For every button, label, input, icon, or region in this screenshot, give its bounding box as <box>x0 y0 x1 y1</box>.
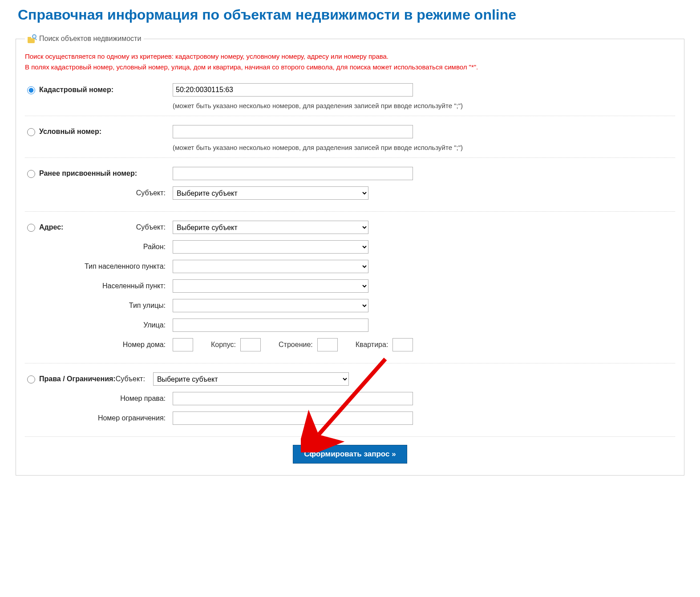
input-previous-number[interactable] <box>173 167 413 180</box>
input-building[interactable] <box>317 338 338 351</box>
select-settlement-type[interactable] <box>173 260 368 273</box>
input-cadastral-number[interactable] <box>173 83 413 97</box>
label-street: Улица: <box>39 321 173 329</box>
radio-conditional[interactable] <box>27 128 35 136</box>
section-cadastral: Кадастровый номер: (может быть указано н… <box>25 81 675 116</box>
submit-button[interactable]: Сформировать запрос » <box>293 445 407 464</box>
label-previous-subject: Субъект: <box>39 189 173 197</box>
note-cadastral: (может быть указано несколько номеров, д… <box>173 102 675 109</box>
label-korpus: Корпус: <box>211 341 236 349</box>
label-settlement-type: Тип населенного пункта: <box>39 262 173 270</box>
label-address-district: Район: <box>39 243 173 251</box>
radio-rights[interactable] <box>27 375 35 383</box>
label-conditional: Условный номер: <box>39 128 173 136</box>
input-flat[interactable] <box>392 338 413 351</box>
input-right-no[interactable] <box>173 392 413 405</box>
label-rights: Права / Ограничения: <box>39 375 116 383</box>
select-street-type[interactable] <box>173 299 368 312</box>
label-limit-no: Номер ограничения: <box>39 414 173 422</box>
label-house: Номер дома: <box>39 341 173 349</box>
radio-cadastral[interactable] <box>27 86 35 94</box>
note-conditional: (может быть указано несколько номеров, д… <box>173 144 675 151</box>
section-conditional: Условный номер: (может быть указано неск… <box>25 116 675 157</box>
input-limit-no[interactable] <box>173 411 413 425</box>
select-previous-subject[interactable]: Выберите субъект <box>173 186 368 200</box>
select-address-subject[interactable]: Выберите субъект <box>173 221 368 234</box>
input-conditional-number[interactable] <box>173 125 413 138</box>
legend-text: Поиск объектов недвижимости <box>39 35 141 43</box>
label-settlement: Населенный пункт: <box>39 282 173 290</box>
input-korpus[interactable] <box>240 338 261 351</box>
label-right-no: Номер права: <box>39 395 173 403</box>
search-fieldset: Поиск объектов недвижимости Поиск осущес… <box>16 34 684 476</box>
label-building: Строение: <box>279 341 313 349</box>
folder-search-icon <box>28 34 36 43</box>
select-settlement[interactable] <box>173 279 368 293</box>
hint-line-2: В полях кадастровый номер, условный номе… <box>25 62 675 73</box>
input-street[interactable] <box>173 319 368 332</box>
section-previous: Ранее присвоенный номер: Субъект: Выбери… <box>25 157 675 211</box>
label-address: Адрес: <box>39 223 136 231</box>
section-address: Адрес: Субъект: Выберите субъект Район: … <box>25 211 675 363</box>
legend: Поиск объектов недвижимости <box>25 34 144 43</box>
select-rights-subject[interactable]: Выберите субъект <box>153 372 349 386</box>
label-cadastral: Кадастровый номер: <box>39 86 173 94</box>
submit-row: Сформировать запрос » <box>25 436 675 466</box>
label-rights-subject: Субъект: <box>116 375 145 383</box>
label-flat: Квартира: <box>356 341 388 349</box>
label-street-type: Тип улицы: <box>39 302 173 310</box>
input-house[interactable] <box>173 338 193 351</box>
select-address-district[interactable] <box>173 240 368 254</box>
radio-address[interactable] <box>27 224 35 232</box>
section-rights: Права / Ограничения: Субъект: Выберите с… <box>25 363 675 436</box>
label-address-subject: Субъект: <box>136 223 166 231</box>
label-previous: Ранее присвоенный номер: <box>39 169 173 177</box>
search-hint: Поиск осуществляется по одному из критер… <box>25 51 675 73</box>
radio-previous[interactable] <box>27 170 35 178</box>
hint-line-1: Поиск осуществляется по одному из критер… <box>25 51 675 62</box>
page-title: Справочная информация по объектам недвиж… <box>18 7 687 23</box>
